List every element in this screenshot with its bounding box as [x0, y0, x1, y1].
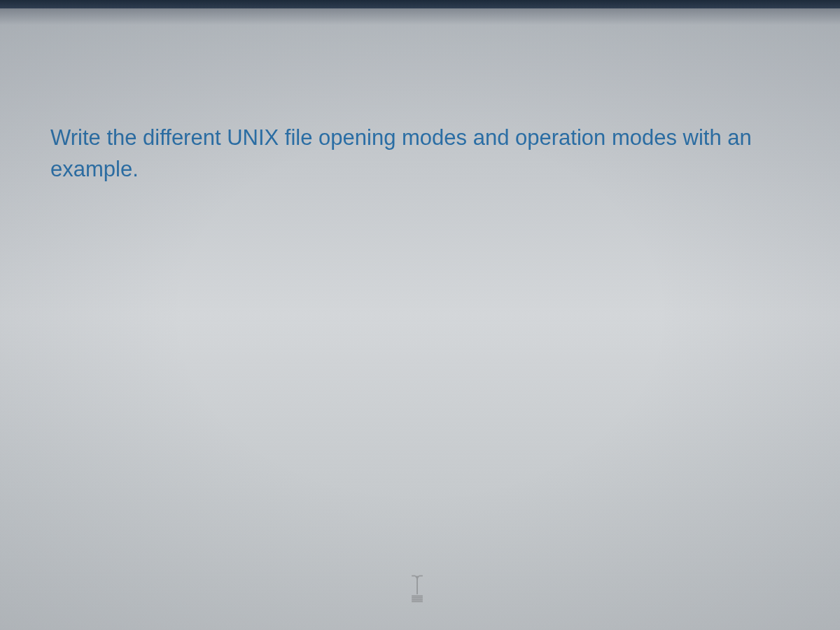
text-cursor-icon — [406, 574, 428, 606]
question-text: Write the different UNIX file opening mo… — [50, 122, 790, 186]
document-content: Write the different UNIX file opening mo… — [0, 0, 840, 186]
